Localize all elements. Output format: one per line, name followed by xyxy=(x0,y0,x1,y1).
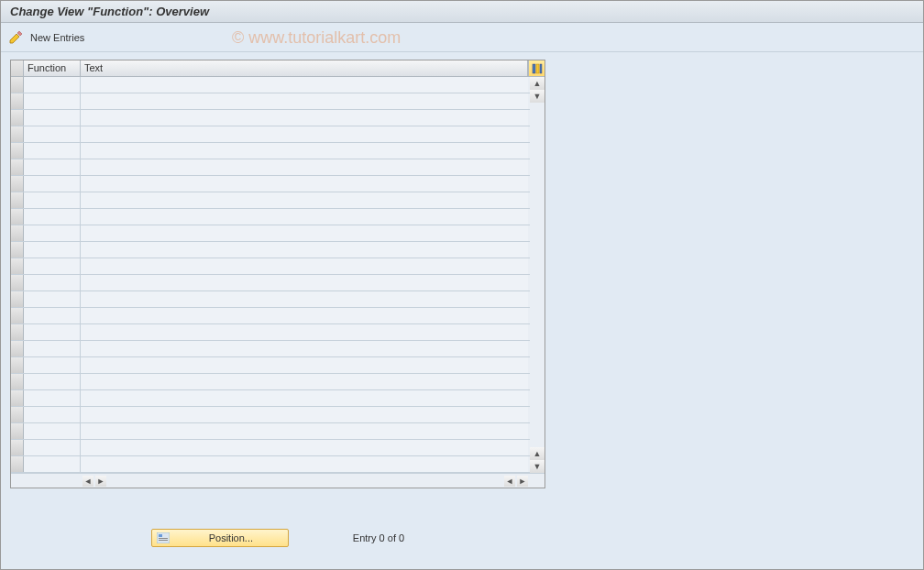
cell-text[interactable] xyxy=(81,242,528,258)
table-row[interactable] xyxy=(11,275,544,291)
scroll-left-icon[interactable]: ◄ xyxy=(82,476,94,487)
cell-function[interactable] xyxy=(24,225,81,241)
cell-function[interactable] xyxy=(24,192,81,208)
table-row[interactable] xyxy=(11,93,544,110)
scroll-right-icon[interactable]: ► xyxy=(517,476,528,487)
row-selector[interactable] xyxy=(11,176,24,192)
row-selector[interactable] xyxy=(11,209,24,225)
row-selector[interactable] xyxy=(11,341,24,356)
cell-function[interactable] xyxy=(24,357,81,373)
vertical-scrollbar[interactable]: ▲ ▼ ▲ ▼ xyxy=(530,77,544,473)
cell-text[interactable] xyxy=(81,126,528,142)
table-settings-icon[interactable] xyxy=(528,60,544,76)
table-row[interactable] xyxy=(11,192,544,209)
cell-text[interactable] xyxy=(81,192,528,208)
table-row[interactable] xyxy=(11,209,544,225)
cell-text[interactable] xyxy=(81,357,528,373)
column-header-function[interactable]: Function xyxy=(24,60,81,76)
row-selector[interactable] xyxy=(11,275,24,290)
pencil-icon[interactable] xyxy=(8,30,23,45)
table-row[interactable] xyxy=(11,374,544,390)
table-row[interactable] xyxy=(11,77,544,93)
row-selector[interactable] xyxy=(11,374,24,389)
cell-text[interactable] xyxy=(81,77,528,93)
row-selector[interactable] xyxy=(11,93,24,109)
table-row[interactable] xyxy=(11,308,544,324)
row-selector[interactable] xyxy=(11,407,24,422)
table-row[interactable] xyxy=(11,242,544,258)
cell-text[interactable] xyxy=(81,176,528,192)
row-selector[interactable] xyxy=(11,423,24,439)
position-button[interactable]: Position... xyxy=(151,529,289,547)
row-selector[interactable] xyxy=(11,110,24,126)
cell-function[interactable] xyxy=(24,110,81,126)
table-row[interactable] xyxy=(11,456,544,473)
cell-text[interactable] xyxy=(81,341,528,356)
cell-function[interactable] xyxy=(24,291,81,307)
cell-text[interactable] xyxy=(81,275,528,290)
scroll-down-icon[interactable]: ▼ xyxy=(530,460,544,473)
scroll-left-icon[interactable]: ◄ xyxy=(504,476,515,487)
cell-text[interactable] xyxy=(81,258,528,274)
scroll-up-icon[interactable]: ▲ xyxy=(530,447,544,460)
table-row[interactable] xyxy=(11,143,544,159)
cell-function[interactable] xyxy=(24,407,81,422)
table-row[interactable] xyxy=(11,390,544,407)
cell-text[interactable] xyxy=(81,308,528,323)
cell-text[interactable] xyxy=(81,110,528,126)
cell-function[interactable] xyxy=(24,308,81,323)
cell-function[interactable] xyxy=(24,93,81,109)
cell-function[interactable] xyxy=(24,77,81,93)
cell-text[interactable] xyxy=(81,423,528,439)
table-row[interactable] xyxy=(11,159,544,176)
row-selector[interactable] xyxy=(11,324,24,340)
row-selector[interactable] xyxy=(11,258,24,274)
cell-text[interactable] xyxy=(81,407,528,422)
cell-text[interactable] xyxy=(81,159,528,175)
cell-function[interactable] xyxy=(24,275,81,290)
table-row[interactable] xyxy=(11,176,544,192)
scroll-up-icon[interactable]: ▲ xyxy=(530,77,544,90)
cell-function[interactable] xyxy=(24,456,81,472)
cell-function[interactable] xyxy=(24,440,81,455)
row-selector[interactable] xyxy=(11,291,24,307)
row-selector[interactable] xyxy=(11,77,24,93)
cell-text[interactable] xyxy=(81,291,528,307)
row-selector[interactable] xyxy=(11,357,24,373)
cell-function[interactable] xyxy=(24,242,81,258)
table-row[interactable] xyxy=(11,110,544,126)
cell-text[interactable] xyxy=(81,93,528,109)
new-entries-button[interactable]: New Entries xyxy=(30,32,84,43)
cell-text[interactable] xyxy=(81,324,528,340)
row-selector[interactable] xyxy=(11,242,24,258)
table-row[interactable] xyxy=(11,341,544,357)
cell-text[interactable] xyxy=(81,374,528,389)
row-selector[interactable] xyxy=(11,126,24,142)
cell-function[interactable] xyxy=(24,324,81,340)
row-selector[interactable] xyxy=(11,456,24,472)
table-row[interactable] xyxy=(11,423,544,440)
scroll-right-icon[interactable]: ► xyxy=(95,476,106,487)
cell-text[interactable] xyxy=(81,209,528,225)
table-row[interactable] xyxy=(11,225,544,242)
cell-text[interactable] xyxy=(81,390,528,406)
horizontal-scrollbar[interactable]: ◄ ► ◄ ► xyxy=(11,473,544,488)
cell-text[interactable] xyxy=(81,143,528,159)
table-row[interactable] xyxy=(11,258,544,275)
table-row[interactable] xyxy=(11,291,544,308)
row-selector[interactable] xyxy=(11,440,24,455)
cell-function[interactable] xyxy=(24,126,81,142)
table-row[interactable] xyxy=(11,407,544,423)
cell-function[interactable] xyxy=(24,143,81,159)
column-header-text[interactable]: Text xyxy=(81,60,528,76)
scroll-down-icon[interactable]: ▼ xyxy=(530,90,544,103)
select-all-cell[interactable] xyxy=(11,60,24,76)
cell-function[interactable] xyxy=(24,341,81,356)
cell-function[interactable] xyxy=(24,423,81,439)
row-selector[interactable] xyxy=(11,143,24,159)
cell-function[interactable] xyxy=(24,176,81,192)
row-selector[interactable] xyxy=(11,225,24,241)
cell-text[interactable] xyxy=(81,440,528,455)
cell-text[interactable] xyxy=(81,456,528,472)
cell-function[interactable] xyxy=(24,390,81,406)
